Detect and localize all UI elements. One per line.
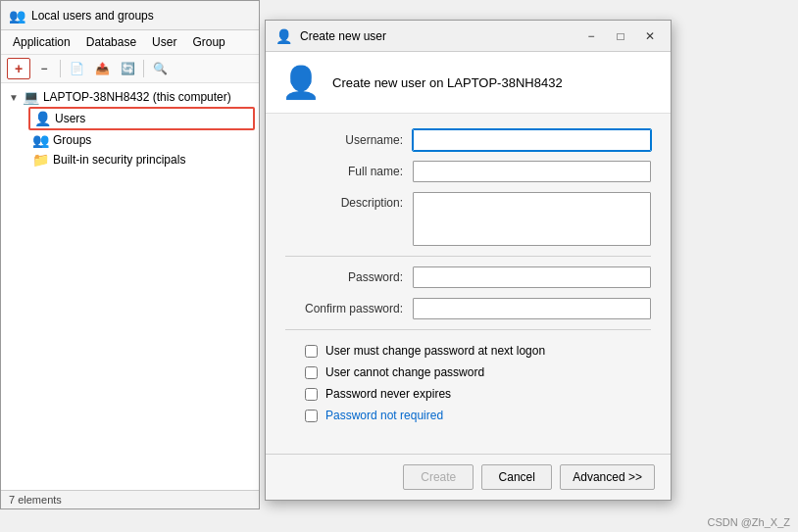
toolbar-separator-2 [143,60,144,77]
menu-bar: Application Database User Group [1,30,259,55]
toolbar-refresh-button[interactable]: 🔄 [116,58,139,79]
menu-database[interactable]: Database [78,32,144,52]
tree-item-groups[interactable]: 👥 Groups [28,130,255,150]
tree-expand-arrow: ▼ [9,92,19,103]
toolbar: + − 📄 📤 🔄 🔍 [1,55,259,83]
password-input[interactable] [413,266,651,288]
tree-item-users[interactable]: 👤 Users [28,107,255,130]
menu-group[interactable]: Group [184,32,232,52]
fullname-input[interactable] [413,161,651,182]
tree-children: 👤 Users 👥 Groups 📁 Built-in security pri… [5,107,255,169]
dialog-footer: Create Cancel Advanced >> [266,454,671,500]
dialog-close-button[interactable]: ✕ [639,26,661,46]
groups-icon: 👥 [32,132,49,148]
create-user-dialog: 👤 Create new user − □ ✕ 👤 Create new use… [265,20,672,501]
password-row: Password: [285,266,651,288]
menu-application[interactable]: Application [5,32,78,52]
checkbox-row-3: Password never expires [305,387,651,401]
description-label: Description: [285,192,413,210]
toolbar-add-button[interactable]: + [7,58,30,79]
dialog-titlebar: 👤 Create new user − □ ✕ [266,21,671,52]
tree-users-label: Users [55,112,85,125]
username-label: Username: [285,133,413,147]
dialog-title-text: Create new user [300,29,573,43]
toolbar-separator-1 [60,60,61,77]
dialog-minimize-button[interactable]: − [580,26,602,46]
users-icon: 👤 [34,111,51,126]
description-row: Description: [285,192,651,246]
toolbar-export-button[interactable]: 📤 [90,58,114,79]
dialog-title-icon: 👤 [275,28,292,44]
checkbox-group: User must change password at next logon … [285,340,651,438]
tree-item-builtin[interactable]: 📁 Built-in security principals [28,150,255,169]
confirm-password-row: Confirm password: [285,298,651,319]
password-never-expires-checkbox[interactable] [305,388,318,401]
toolbar-properties-button[interactable]: 📄 [65,58,88,79]
dialog-body: Username: Full name: Description: Passwo… [266,114,671,454]
dialog-header: 👤 Create new user on LAPTOP-38NH8432 [266,52,671,114]
cannot-change-password-label[interactable]: User cannot change password [325,365,484,379]
fullname-row: Full name: [285,161,651,182]
confirm-password-input[interactable] [413,298,651,319]
must-change-password-checkbox[interactable] [305,345,318,358]
computer-icon: 💻 [23,89,39,105]
tree-area: ▼ 💻 LAPTOP-38NH8432 (this computer) 👤 Us… [1,83,259,490]
dialog-header-text: Create new user on LAPTOP-38NH8432 [332,75,563,90]
confirm-password-label: Confirm password: [285,302,413,315]
toolbar-remove-button[interactable]: − [32,58,56,79]
tree-root[interactable]: ▼ 💻 LAPTOP-38NH8432 (this computer) [5,87,255,107]
password-label: Password: [285,270,413,284]
toolbar-search-button[interactable]: 🔍 [148,58,172,79]
cancel-button[interactable]: Cancel [481,464,552,490]
description-textarea[interactable] [413,192,651,246]
create-button[interactable]: Create [403,464,474,490]
watermark: CSDN @Zh_X_Z [707,516,790,528]
status-bar: 7 elements [1,490,259,508]
must-change-password-label[interactable]: User must change password at next logon [325,344,545,358]
cannot-change-password-checkbox[interactable] [305,366,318,379]
main-window-title: Local users and groups [31,9,251,23]
dialog-maximize-button[interactable]: □ [610,26,631,46]
tree-root-label: LAPTOP-38NH8432 (this computer) [43,90,231,104]
main-window-icon: 👥 [9,8,25,24]
form-divider-2 [285,329,651,330]
dialog-header-icon: 👤 [281,64,321,101]
username-row: Username: [285,129,651,151]
form-divider-1 [285,256,651,257]
advanced-button[interactable]: Advanced >> [560,464,655,490]
password-not-required-label[interactable]: Password not required [325,409,443,422]
checkbox-row-2: User cannot change password [305,365,651,379]
checkbox-row-1: User must change password at next logon [305,344,651,358]
main-titlebar: 👥 Local users and groups [1,1,259,30]
password-not-required-checkbox[interactable] [305,410,318,422]
username-input[interactable] [413,129,651,151]
fullname-label: Full name: [285,165,413,178]
tree-groups-label: Groups [53,133,91,147]
main-window: 👥 Local users and groups Application Dat… [0,0,260,509]
tree-builtin-label: Built-in security principals [53,153,185,167]
checkbox-row-4: Password not required [305,409,651,422]
password-never-expires-label[interactable]: Password never expires [325,387,451,401]
menu-user[interactable]: User [144,32,184,52]
builtin-icon: 📁 [32,152,49,168]
